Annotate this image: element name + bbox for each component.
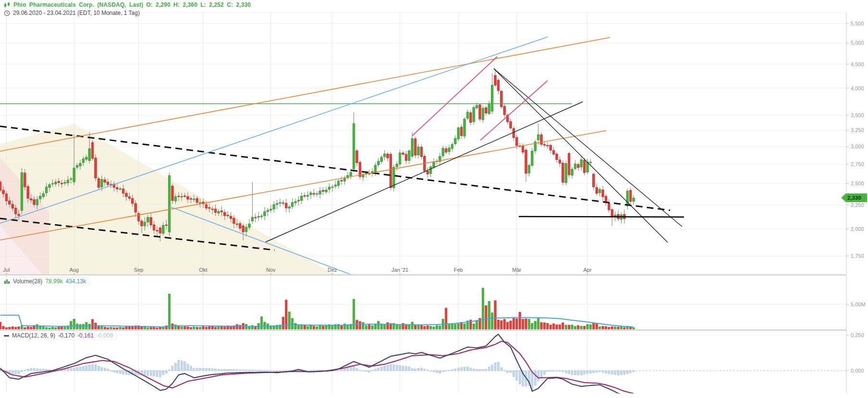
- macd-hist-value: -0,009: [97, 332, 113, 339]
- range-legend[interactable]: 29.06.2020 - 23.04.2021 (EDT, 10 Monate,…: [2, 9, 143, 17]
- svg-text:3,500: 3,500: [851, 112, 864, 118]
- svg-text:Apr: Apr: [583, 267, 591, 273]
- volume-label: Volume(28): [13, 278, 42, 285]
- svg-text:Jul: Jul: [3, 267, 10, 273]
- clock-icon: [4, 10, 10, 16]
- macd-signal-value: -0,161: [77, 332, 94, 339]
- macd-layer: [0, 334, 635, 395]
- svg-text:Aug: Aug: [69, 267, 79, 273]
- svg-text:5,00M: 5,00M: [851, 302, 866, 307]
- macd-legend[interactable]: MACD(12, 26, 9) -0,170 -0,161 -0,009: [1, 331, 116, 340]
- old-fan-cream: [0, 124, 366, 293]
- symbol-legend[interactable]: Phio Pharmaceuticals Corp. (NASDAQ, Last…: [2, 1, 254, 9]
- badge-value: 2,330: [846, 193, 867, 202]
- svg-text:5,500: 5,500: [851, 21, 864, 26]
- ohlc-values: O: 2,290 H: 2,360 L: 2,252 C: 2,330: [146, 1, 251, 8]
- svg-text:2,250: 2,250: [851, 202, 864, 208]
- svg-text:0,250: 0,250: [851, 332, 864, 338]
- trendline-black-horizontal: [519, 217, 684, 217]
- svg-text:3,250: 3,250: [851, 127, 864, 133]
- volume-current: 78,99k: [45, 278, 62, 285]
- chart-widget[interactable]: JulAugSepOktNovDezJan '21FebMärApr5,5005…: [0, 0, 868, 398]
- svg-text:4,000: 4,000: [851, 85, 864, 91]
- macd-label: MACD(12, 26, 9): [12, 332, 55, 339]
- svg-text:Jan '21: Jan '21: [391, 267, 408, 273]
- svg-text:Okt: Okt: [199, 267, 207, 273]
- macd-value: -0,170: [58, 332, 74, 339]
- svg-text:Feb: Feb: [454, 267, 463, 273]
- svg-text:3,000: 3,000: [851, 144, 864, 149]
- svg-text:Mär: Mär: [512, 267, 521, 273]
- shaded-regions: [0, 124, 366, 293]
- volume-bars-icon: [4, 278, 10, 284]
- chart-canvas[interactable]: JulAugSepOktNovDezJan '21FebMärApr5,5005…: [0, 0, 868, 398]
- date-range: 29.06.2020 - 23.04.2021 (EDT, 10 Monate,…: [13, 10, 140, 16]
- svg-text:5,000: 5,000: [851, 40, 864, 46]
- symbol-title: Phio Pharmaceuticals Corp. (NASDAQ, Last…: [13, 1, 143, 8]
- svg-text:1,750: 1,750: [851, 253, 864, 259]
- svg-text:2,500: 2,500: [851, 181, 864, 186]
- badge-arrow-icon: [841, 193, 846, 202]
- svg-text:4,500: 4,500: [851, 61, 864, 67]
- svg-text:2,000: 2,000: [851, 226, 864, 232]
- last-price-badge: 2,330: [841, 193, 867, 202]
- volume-bars-layer: [0, 288, 635, 329]
- candlestick-icon: [4, 2, 11, 8]
- trendline-black-rising: [266, 102, 583, 242]
- svg-text:Sep: Sep: [134, 267, 144, 273]
- volume-legend[interactable]: Volume(28) 78,99k 434,13k: [1, 277, 89, 286]
- svg-text:0,000: 0,000: [851, 368, 864, 374]
- trendline-orange-upper: [0, 37, 610, 151]
- svg-text:Dez: Dez: [328, 267, 337, 273]
- volume-ma-value: 434,13k: [65, 278, 86, 285]
- macd-line-icon: [4, 335, 9, 337]
- svg-text:Nov: Nov: [266, 267, 276, 273]
- svg-text:2,750: 2,750: [851, 161, 864, 167]
